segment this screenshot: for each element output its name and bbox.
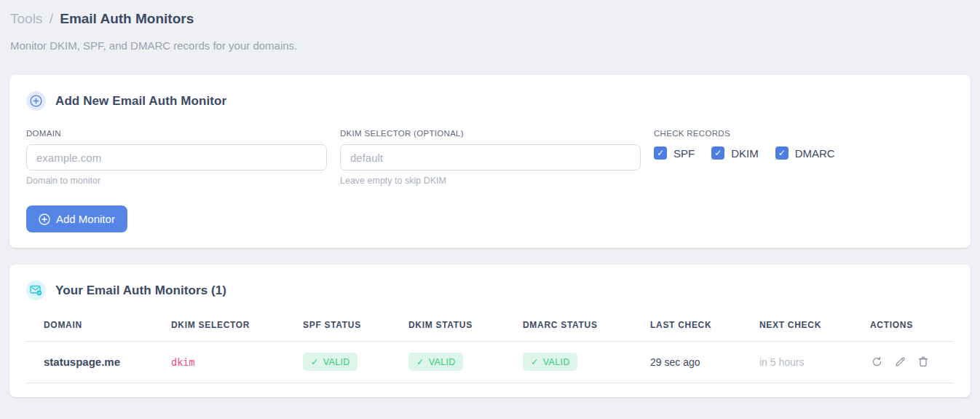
dmarc-checkbox-label: DMARC — [795, 147, 835, 160]
domain-field-label: DOMAIN — [26, 129, 327, 138]
spf-checkbox-item[interactable]: ✓ SPF — [654, 146, 695, 160]
dmarc-checkbox[interactable]: ✓ — [775, 146, 789, 160]
plus-circle-icon — [39, 214, 50, 225]
dkim-checkbox-label: DKIM — [731, 147, 759, 160]
column-header-last-check: LAST CHECK — [633, 310, 742, 342]
monitor-dkim-status-cell: ✓ VALID — [391, 342, 505, 383]
dkim-checkbox-item[interactable]: ✓ DKIM — [711, 146, 759, 160]
monitor-dkim-selector: dkim — [154, 342, 285, 383]
column-header-domain: DOMAIN — [26, 310, 154, 342]
domain-field-group: DOMAIN Domain to monitor — [26, 129, 327, 186]
page: Tools / Email Auth Monitors Monitor DKIM… — [0, 0, 980, 397]
domain-input[interactable] — [26, 144, 327, 171]
breadcrumb: Tools / Email Auth Monitors — [10, 10, 971, 28]
spf-checkbox[interactable]: ✓ — [654, 146, 667, 160]
monitors-title: Your Email Auth Monitors (1) — [55, 283, 226, 298]
check-records-row: ✓ SPF ✓ DKIM ✓ DMARC — [654, 146, 954, 160]
check-icon: ✓ — [311, 356, 319, 367]
spf-status-badge: ✓ VALID — [303, 353, 357, 371]
monitor-dmarc-status-cell: ✓ VALID — [505, 342, 633, 383]
add-monitor-button[interactable]: Add Monitor — [26, 205, 127, 232]
dkim-checkbox[interactable]: ✓ — [711, 146, 724, 160]
column-header-dkim-status: DKIM STATUS — [391, 310, 505, 342]
monitor-next-check: in 5 hours — [742, 342, 853, 383]
dkim-selector-input[interactable] — [340, 144, 641, 171]
spf-checkbox-label: SPF — [673, 147, 695, 160]
edit-pencil-button[interactable] — [893, 355, 907, 369]
monitor-last-check: 29 sec ago — [633, 342, 742, 383]
dmarc-checkbox-item[interactable]: ✓ DMARC — [775, 146, 835, 160]
add-monitor-button-label: Add Monitor — [56, 213, 115, 225]
breadcrumb-tools-link[interactable]: Tools — [10, 11, 42, 26]
refresh-button[interactable] — [870, 355, 884, 369]
dmarc-status-text: VALID — [543, 357, 570, 367]
monitors-table: DOMAIN DKIM SELECTOR SPF STATUS DKIM STA… — [26, 310, 954, 383]
dkim-selector-field-group: DKIM SELECTOR (OPTIONAL) Leave empty to … — [340, 129, 641, 186]
dmarc-status-badge: ✓ VALID — [523, 353, 577, 371]
check-records-group: CHECK RECORDS ✓ SPF ✓ DKIM ✓ DMARC — [654, 129, 954, 160]
add-monitor-title: Add New Email Auth Monitor — [55, 94, 226, 109]
add-monitor-card-header: Add New Email Auth Monitor — [26, 91, 954, 111]
check-icon: ✓ — [416, 356, 424, 367]
monitor-actions-cell — [853, 342, 954, 383]
dkim-status-badge: ✓ VALID — [408, 353, 463, 371]
domain-field-helper: Domain to monitor — [26, 176, 327, 186]
spf-status-text: VALID — [323, 357, 350, 367]
monitor-domain: statuspage.me — [26, 342, 154, 383]
column-header-spf-status: SPF STATUS — [285, 310, 391, 342]
email-check-icon — [26, 281, 46, 300]
column-header-dkim-selector: DKIM SELECTOR — [154, 310, 285, 342]
monitors-card: Your Email Auth Monitors (1) DOMAIN DKIM… — [9, 265, 971, 397]
plus-circle-icon — [26, 91, 46, 111]
page-header: Tools / Email Auth Monitors Monitor DKIM… — [9, 9, 971, 52]
column-header-next-check: NEXT CHECK — [742, 310, 853, 342]
monitors-card-header: Your Email Auth Monitors (1) — [26, 281, 954, 300]
breadcrumb-separator: / — [50, 11, 53, 26]
table-row: statuspage.me dkim ✓ VALID ✓ VALID — [26, 342, 954, 383]
column-header-actions: ACTIONS — [853, 310, 954, 342]
page-title: Email Auth Monitors — [60, 11, 194, 26]
add-monitor-card: Add New Email Auth Monitor DOMAIN Domain… — [9, 75, 971, 248]
check-icon: ✓ — [531, 356, 539, 367]
delete-trash-button[interactable] — [917, 355, 930, 369]
check-records-label: CHECK RECORDS — [654, 129, 954, 138]
monitor-spf-status-cell: ✓ VALID — [285, 342, 391, 383]
add-monitor-form: DOMAIN Domain to monitor DKIM SELECTOR (… — [26, 129, 954, 186]
dkim-selector-field-label: DKIM SELECTOR (OPTIONAL) — [340, 129, 641, 138]
page-subtitle: Monitor DKIM, SPF, and DMARC records for… — [10, 39, 971, 52]
dkim-status-text: VALID — [429, 357, 456, 367]
column-header-dmarc-status: DMARC STATUS — [505, 310, 633, 342]
dkim-selector-field-helper: Leave empty to skip DKIM — [340, 176, 641, 186]
table-header-row: DOMAIN DKIM SELECTOR SPF STATUS DKIM STA… — [26, 310, 954, 342]
